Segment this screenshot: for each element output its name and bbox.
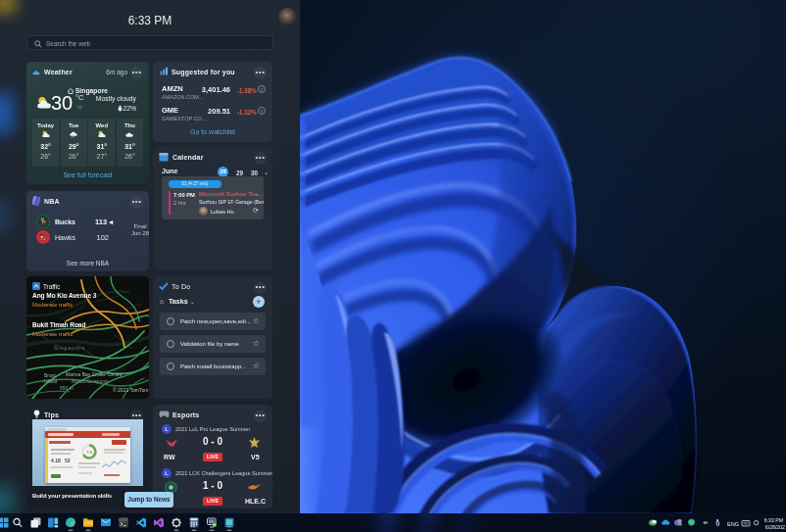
svg-text:ENG: ENG bbox=[727, 521, 739, 527]
svg-text:7.8: 7.8 bbox=[86, 450, 92, 455]
svg-text:6:33 PM: 6:33 PM bbox=[764, 517, 783, 523]
svg-text:6/28/202: 6/28/202 bbox=[765, 524, 785, 530]
